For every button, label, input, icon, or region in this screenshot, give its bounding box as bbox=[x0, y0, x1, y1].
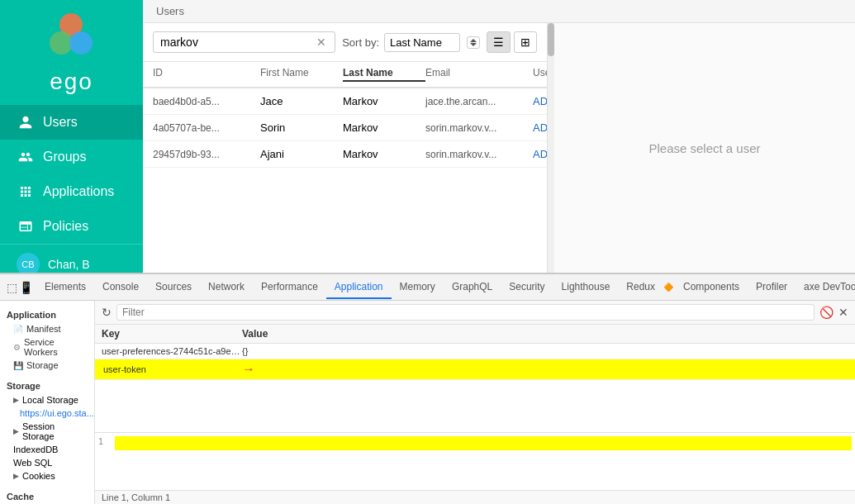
cell-first-name: Jace bbox=[260, 95, 343, 107]
cookies-label: Cookies bbox=[22, 471, 55, 481]
local-storage-url-label: https://ui.ego.sta... bbox=[20, 408, 94, 418]
kv-key-token: user-token bbox=[102, 364, 242, 375]
local-storage-item[interactable]: ▶ Local Storage bbox=[0, 393, 94, 407]
table-row[interactable]: 29457d9b-93... Ajani Markov sorin.markov… bbox=[143, 141, 547, 168]
sort-select[interactable]: Last Name First Name Email User Type Sta… bbox=[384, 33, 460, 52]
sidebar-item-applications[interactable]: Applications bbox=[0, 174, 143, 209]
sidebar-item-groups[interactable]: Groups bbox=[0, 140, 143, 174]
tab-redux[interactable]: Redux bbox=[618, 276, 663, 299]
web-sql-item[interactable]: Web SQL bbox=[0, 456, 94, 469]
avatar: CB bbox=[17, 253, 40, 273]
search-bar: ✕ Sort by: Last Name First Name Email Us… bbox=[143, 23, 547, 62]
expand-icon2: ▶ bbox=[13, 427, 19, 435]
cell-user-type: ADMIN bbox=[533, 121, 547, 134]
expand-icon3: ▶ bbox=[13, 472, 19, 480]
col-id[interactable]: ID bbox=[153, 67, 260, 82]
tab-graphql[interactable]: GraphQL bbox=[444, 276, 501, 299]
cell-last-name: Markov bbox=[343, 95, 425, 107]
cookies-item[interactable]: ▶ Cookies bbox=[0, 469, 94, 483]
application-section-header: Application bbox=[0, 307, 94, 322]
sort-arrows-button[interactable] bbox=[467, 36, 480, 49]
storage-section: Storage ▶ Local Storage https://ui.ego.s… bbox=[0, 375, 94, 486]
grid-view-button[interactable]: ⊞ bbox=[514, 31, 537, 53]
tab-components[interactable]: Components bbox=[675, 276, 748, 299]
table-row[interactable]: 4a05707a-be... Sorin Markov sorin.markov… bbox=[143, 115, 547, 141]
detail-placeholder: Please select a user bbox=[648, 141, 760, 155]
key-column-header: Key bbox=[102, 328, 242, 340]
cell-user-type: ADMIN bbox=[533, 148, 547, 160]
users-panel: ✕ Sort by: Last Name First Name Email Us… bbox=[143, 23, 855, 273]
devtools-toolbar: ↻ 🚫 ✕ bbox=[95, 301, 855, 325]
cell-email: sorin.markov.v... bbox=[425, 122, 533, 134]
kv-row-highlighted[interactable]: user-token → bbox=[95, 359, 855, 380]
value-row: 1 bbox=[95, 433, 855, 454]
devtools-panel: ⬚ 📱 Elements Console Sources Network Per… bbox=[0, 273, 855, 504]
tab-sources[interactable]: Sources bbox=[147, 276, 200, 299]
sort-down-arrow bbox=[470, 43, 477, 46]
logo bbox=[43, 8, 101, 62]
cell-email: jace.the.arcan... bbox=[425, 96, 533, 107]
search-input[interactable] bbox=[160, 36, 315, 49]
manifest-icon: 📄 bbox=[13, 325, 23, 334]
sidebar-item-policies[interactable]: Policies bbox=[0, 209, 143, 244]
cell-id: 29457d9b-93... bbox=[153, 149, 260, 160]
tab-application[interactable]: Application bbox=[326, 276, 392, 299]
kv-table: Key Value user-preferences-2744c51c-a9e9… bbox=[95, 325, 855, 432]
col-email[interactable]: Email bbox=[425, 67, 533, 82]
table-row[interactable]: baed4b0d-a5... Jace Markov jace.the.arca… bbox=[143, 88, 547, 115]
clear-search-button[interactable]: ✕ bbox=[315, 36, 328, 49]
indexed-db-item[interactable]: IndexedDB bbox=[0, 443, 94, 456]
tab-axe[interactable]: axe DevTools bbox=[796, 276, 855, 299]
storage-label: Storage bbox=[26, 360, 59, 370]
indexed-db-label: IndexedDB bbox=[13, 445, 58, 454]
svg-point-2 bbox=[69, 31, 93, 55]
scrollbar-thumb[interactable] bbox=[548, 23, 554, 56]
manifest-label: Manifest bbox=[26, 324, 61, 334]
col-user-type[interactable]: User Type bbox=[533, 67, 547, 82]
kv-value: {} bbox=[242, 346, 848, 356]
value-content bbox=[115, 436, 852, 450]
cell-last-name: Markov bbox=[343, 148, 425, 160]
web-sql-label: Web SQL bbox=[13, 458, 53, 468]
sidebar: ego Users Groups Applications bbox=[0, 0, 143, 273]
session-storage-label: Session Storage bbox=[22, 421, 88, 441]
session-storage-item[interactable]: ▶ Session Storage bbox=[0, 420, 94, 443]
local-storage-url[interactable]: https://ui.ego.sta... bbox=[0, 407, 94, 420]
sidebar-item-policies-label: Policies bbox=[43, 219, 88, 234]
tab-memory[interactable]: Memory bbox=[392, 276, 444, 299]
filter-input[interactable] bbox=[116, 304, 815, 321]
line-number: 1 bbox=[98, 436, 115, 450]
sidebar-item-users[interactable]: Users bbox=[0, 105, 143, 140]
manifest-item[interactable]: 📄 Manifest bbox=[0, 322, 94, 335]
service-workers-item[interactable]: ⚙ Service Workers bbox=[0, 335, 94, 359]
storage-item[interactable]: 💾 Storage bbox=[0, 359, 94, 372]
tab-profiler[interactable]: Profiler bbox=[748, 276, 796, 299]
tab-console[interactable]: Console bbox=[94, 276, 147, 299]
list-view-button[interactable]: ☰ bbox=[487, 31, 511, 53]
reload-button[interactable]: ↻ bbox=[102, 306, 112, 319]
tab-security[interactable]: Security bbox=[501, 276, 553, 299]
cell-user-type: ADMIN bbox=[533, 95, 547, 107]
tab-network[interactable]: Network bbox=[200, 276, 253, 299]
page-header: Users bbox=[143, 0, 855, 23]
user-profile[interactable]: CB Chan, B bbox=[0, 244, 143, 273]
filter-clear-button[interactable]: 🚫 bbox=[819, 306, 834, 319]
col-last-name[interactable]: Last Name bbox=[343, 67, 425, 82]
tab-elements[interactable]: Elements bbox=[36, 276, 94, 299]
value-column-header: Value bbox=[242, 328, 848, 340]
col-first-name[interactable]: First Name bbox=[260, 67, 343, 82]
devtools-device-button[interactable]: 📱 bbox=[19, 281, 33, 294]
search-input-wrap: ✕ bbox=[153, 31, 335, 53]
kv-key: user-preferences-2744c51c-a9e9-4fda... bbox=[102, 346, 242, 356]
apps-icon bbox=[17, 183, 35, 201]
cell-last-name: Markov bbox=[343, 121, 425, 134]
filter-x-button[interactable]: ✕ bbox=[838, 306, 848, 319]
devtools-inspect-button[interactable]: ⬚ bbox=[7, 281, 17, 294]
tab-performance[interactable]: Performance bbox=[253, 276, 326, 299]
kv-row[interactable]: user-preferences-2744c51c-a9e9-4fda... {… bbox=[95, 344, 855, 359]
users-list-panel: ✕ Sort by: Last Name First Name Email Us… bbox=[143, 23, 548, 273]
tab-lighthouse[interactable]: Lighthouse bbox=[553, 276, 619, 299]
table-body: baed4b0d-a5... Jace Markov jace.the.arca… bbox=[143, 88, 547, 273]
cell-first-name: Ajani bbox=[260, 148, 343, 160]
sidebar-item-groups-label: Groups bbox=[43, 150, 86, 164]
